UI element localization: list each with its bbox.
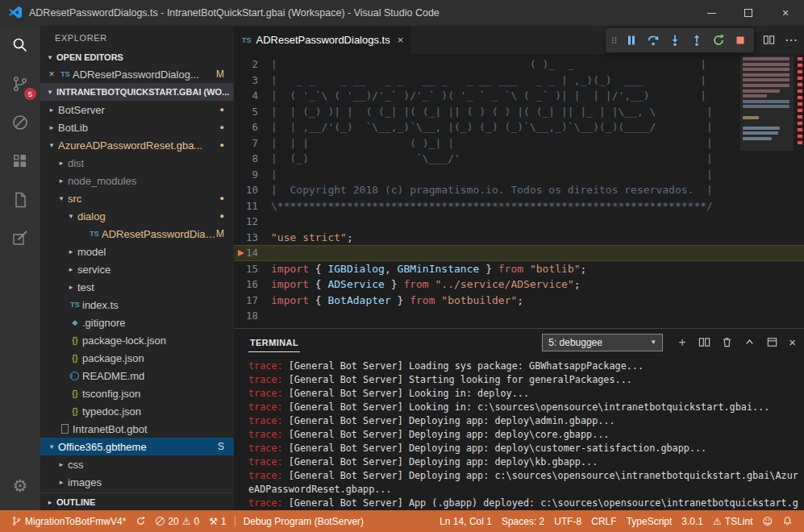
tree-item[interactable]: ▸test [40,278,234,296]
panel-maximize-button[interactable] [766,336,778,348]
files-activity-button[interactable] [0,181,40,219]
split-terminal-button[interactable] [698,336,710,348]
terminal-tab[interactable]: TERMINAL [248,333,300,352]
error-mark [798,70,802,73]
maximize-button[interactable] [730,0,767,26]
tree-item[interactable]: iREADME.md [40,367,234,384]
more-actions-icon[interactable]: ⋯ [785,32,798,48]
code-line: 10| Copyright 2018 (c) pragmatismo.io. T… [234,182,804,198]
tree-item[interactable]: ▾dialog● [40,207,234,225]
tree-item-label: dialog [77,210,106,222]
terminal-output[interactable]: trace: [General Bot Server] Loading sys … [234,355,804,510]
modified-badge: M [216,69,224,80]
close-icon[interactable]: × [398,34,404,46]
tree-item-label: src [68,193,81,205]
line-number: 12 [234,215,271,227]
source-control-activity-button[interactable]: 5 [0,64,40,103]
restart-icon [712,34,725,47]
search-activity-button[interactable] [0,26,40,64]
encoding-status[interactable]: UTF-8 [549,510,586,532]
tree-item[interactable]: ▸service [40,260,234,278]
tree-item[interactable]: ▸dist [40,154,234,172]
bell-icon [782,516,793,526]
line-number: 7 [234,137,271,149]
chevron-down-icon: ▾ [44,53,56,61]
info-file-icon: i [70,372,79,380]
git-branch-status[interactable]: MigrationToBotFmwV4* [6,510,131,532]
tree-item[interactable]: {}tsconfig.json [40,384,234,402]
restart-button[interactable] [707,30,729,52]
indentation-status[interactable]: Spaces: 2 [497,510,549,532]
sync-status[interactable] [131,510,151,532]
step-into-button[interactable] [664,30,685,52]
tree-item[interactable]: ▾AzureADPasswordReset.gba...● [40,136,234,154]
close-button[interactable]: × [767,0,804,26]
debug-activity-button[interactable] [0,103,40,142]
kill-terminal-button[interactable] [721,336,733,348]
settings-gear-button[interactable]: ⚙ [0,467,40,505]
search-icon [10,35,30,55]
code-line: 17import { BotAdapter } from "botbuilder… [234,293,804,309]
tree-item[interactable]: ▸node_modules [40,172,234,189]
error-mark [798,96,802,99]
grip-icon[interactable] [609,34,620,47]
open-editors-header[interactable]: ▾ OPEN EDITORS [40,48,234,65]
tree-item[interactable]: ▸images [40,473,234,491]
outline-header[interactable]: ▸ OUTLINE [40,493,234,510]
open-editor-item[interactable]: × TS ADResetPasswordDialog... M [40,65,234,83]
extensions-activity-button[interactable] [0,142,40,181]
tree-item[interactable]: ▾Office365.gbthemeS [40,438,234,455]
problems-status[interactable]: 20 ⚠ 0 [151,510,204,532]
notifications-status[interactable] [777,510,798,532]
panel-collapse-button[interactable] [744,336,756,348]
chevron-right-icon: ▸ [55,159,68,167]
tree-item[interactable]: TSindex.ts [40,296,234,314]
step-out-button[interactable] [685,30,707,52]
tasks-status[interactable]: ⚒ 1 [204,510,231,532]
language-status[interactable]: TypeScript [622,510,677,532]
split-editor-icon[interactable] [763,34,775,46]
modified-dot-icon: ● [220,194,224,202]
code-line: 9| | [234,167,804,183]
pause-button[interactable] [620,30,642,52]
close-icon[interactable]: × [45,69,58,80]
code-line: 4| ( '_`\ ( '__)/'_` )/'_` )( '_ ` _ `\ … [234,88,804,104]
tree-item[interactable]: ▸BotServer● [40,101,234,118]
minimap[interactable] [743,57,791,148]
step-over-button[interactable] [642,30,664,52]
tree-item[interactable]: {}package-lock.json [40,331,234,349]
terminal-selector[interactable]: 5: debuggee ▼ [542,334,663,351]
editor-tab[interactable]: TS ADResetPasswordDialogs.ts × [234,26,411,54]
feedback-status[interactable]: ☺ [757,510,777,532]
edit-activity-button[interactable] [0,219,40,258]
close-panel-button[interactable]: × [789,335,796,349]
workspace-header[interactable]: ▾ INTRANETBOTQUICKSTART.GBAI (WO... [40,83,234,101]
minimize-button[interactable] [693,0,730,26]
code-line: 13"use strict"; [234,230,804,246]
git-status-badge: M [216,228,224,239]
error-mark [798,122,802,125]
stop-button[interactable] [729,30,751,52]
cursor-position-status[interactable]: Ln 14, Col 1 [435,510,497,532]
tree-item[interactable]: {}typedoc.json [40,402,234,420]
terminal-line: trace: [General Bot Server] Deploying ap… [248,414,801,428]
tree-item[interactable]: TSADResetPasswordDial...M [40,225,234,243]
code-text: | (_) `\___/' | [271,152,713,164]
tree-item[interactable]: ▾src● [40,189,234,207]
tree-item[interactable]: {}package.json [40,349,234,367]
tree-item[interactable]: ▸css [40,455,234,473]
debug-session-status[interactable]: Debug Program (BotServer) [239,510,369,532]
json-file-icon: {} [68,389,82,398]
code-editor[interactable]: 2| ( )_ _ |3| _ _ _ __ _ _ __ _ _ __ ___… [234,54,804,328]
tree-item[interactable]: ◆.gitignore [40,314,234,331]
linter-status[interactable]: ⚠ TSLint [708,510,757,532]
eol-status[interactable]: CRLF [586,510,621,532]
line-number: 5 [234,106,271,118]
tree-item[interactable]: ▸model [40,243,234,260]
tree-item[interactable]: IntranetBot.gbot [40,420,234,438]
minimap-slider[interactable] [740,56,794,151]
tree-item[interactable]: ▸BotLib● [40,118,234,136]
ts-version-status[interactable]: 3.0.1 [677,510,708,532]
new-terminal-button[interactable]: ＋ [676,335,688,350]
error-mark [798,128,802,131]
